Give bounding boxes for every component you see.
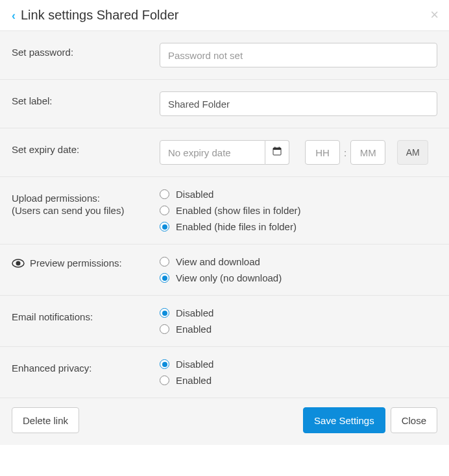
radio-icon [160,189,169,199]
close-icon[interactable]: × [430,8,439,22]
radio-icon [160,324,169,334]
expiry-minute-input[interactable] [350,140,385,165]
privacy-option-disabled[interactable]: Disabled [160,359,437,370]
email-option-enabled[interactable]: Enabled [160,324,437,335]
expiry-hour-input[interactable] [305,140,340,165]
expiry-label: Set expiry date: [12,140,160,155]
email-label: Email notifications: [12,307,160,322]
svg-rect-2 [274,147,276,149]
preview-permissions-section: Preview permissions: View and download V… [0,244,449,296]
expiry-date-input[interactable] [160,140,265,165]
back-icon[interactable]: ‹ [12,10,16,21]
preview-label: Preview permissions: [30,257,122,268]
link-settings-modal: ‹ Link settings Shared Folder × Set pass… [0,0,449,445]
preview-radio-group: View and download View only (no download… [160,256,437,283]
svg-rect-3 [279,147,280,149]
password-section: Set password: [0,31,449,80]
label-section: Set label: [0,80,449,128]
radio-icon [160,308,169,318]
expiry-section: Set expiry date: : [0,128,449,177]
radio-icon [160,375,169,385]
radio-icon [160,359,169,369]
password-label: Set password: [12,43,160,58]
calendar-button[interactable] [265,140,289,165]
modal-header: ‹ Link settings Shared Folder × [0,0,449,31]
upload-permissions-section: Upload permissions: (Users can send you … [0,177,449,244]
modal-footer: Delete link Save Settings Close [0,398,449,445]
ampm-toggle[interactable]: AM [397,140,428,165]
radio-icon [160,206,169,215]
modal-body: Set password: Set label: Set expiry date… [0,31,449,445]
email-option-disabled[interactable]: Disabled [160,307,437,318]
email-notifications-section: Email notifications: Disabled Enabled [0,296,449,347]
radio-icon [160,257,169,267]
radio-icon [160,222,169,232]
upload-radio-group: Disabled Enabled (show files in folder) … [160,189,437,232]
preview-option-view-only[interactable]: View only (no download) [160,272,437,283]
upload-label: Upload permissions: [12,193,100,204]
label-input[interactable] [160,91,437,116]
eye-icon [12,259,25,268]
close-button[interactable]: Close [391,407,437,433]
calendar-icon [273,147,282,158]
upload-option-enabled-hide[interactable]: Enabled (hide files in folder) [160,221,437,232]
time-separator: : [344,147,346,158]
preview-option-download[interactable]: View and download [160,256,437,267]
password-input[interactable] [160,43,437,67]
save-settings-button[interactable]: Save Settings [303,407,385,433]
enhanced-privacy-section: Enhanced privacy: Disabled Enabled [0,347,449,398]
email-radio-group: Disabled Enabled [160,307,437,335]
label-label: Set label: [12,91,160,106]
svg-rect-1 [273,148,281,150]
upload-option-disabled[interactable]: Disabled [160,189,437,200]
upload-sublabel: (Users can send you files) [12,205,160,216]
privacy-label: Enhanced privacy: [12,359,160,374]
upload-option-enabled-show[interactable]: Enabled (show files in folder) [160,205,437,216]
radio-icon [160,273,169,283]
modal-title: Link settings Shared Folder [21,8,178,23]
delete-link-button[interactable]: Delete link [12,407,79,433]
privacy-option-enabled[interactable]: Enabled [160,375,437,386]
svg-point-5 [16,261,21,265]
privacy-radio-group: Disabled Enabled [160,359,437,386]
